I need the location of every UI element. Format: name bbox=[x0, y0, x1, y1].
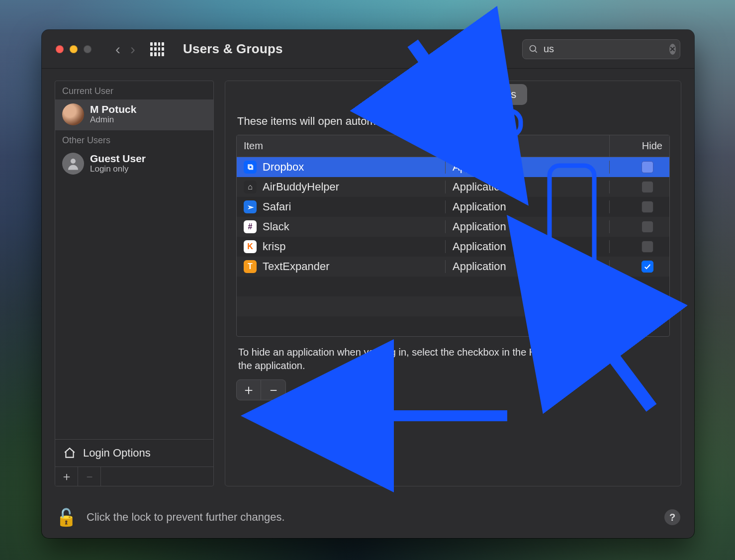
tab-login-items[interactable]: Login Items bbox=[449, 84, 527, 105]
item-kind: Application bbox=[446, 161, 610, 174]
sidebar-heading-other: Other Users bbox=[55, 130, 213, 149]
col-kind[interactable]: Kind bbox=[446, 135, 610, 157]
tab-segment: Password Login Items bbox=[379, 84, 527, 105]
item-kind: Application bbox=[446, 200, 610, 213]
add-login-item-button[interactable]: ＋ bbox=[236, 379, 261, 400]
minimize-window-button[interactable] bbox=[70, 45, 78, 53]
search-input[interactable] bbox=[544, 43, 669, 55]
item-name: Slack bbox=[263, 220, 289, 233]
item-name: TextExpander bbox=[263, 260, 330, 273]
sidebar-user-guest[interactable]: Guest User Login only bbox=[55, 149, 213, 180]
hide-checkbox[interactable] bbox=[642, 241, 653, 253]
sidebar-heading-current: Current User bbox=[55, 81, 213, 99]
login-options-button[interactable]: Login Options bbox=[55, 439, 213, 467]
house-icon bbox=[62, 447, 77, 460]
add-user-button[interactable]: ＋ bbox=[55, 467, 78, 486]
search-field[interactable]: ✕ bbox=[522, 39, 680, 59]
user-role: Login only bbox=[90, 164, 146, 174]
table-row[interactable]: TTextExpanderApplication bbox=[237, 257, 669, 277]
svg-point-2 bbox=[71, 159, 76, 164]
window-footer: 🔓 Click the lock to prevent further chan… bbox=[42, 496, 694, 538]
table-row[interactable]: ⌂AirBuddyHelperApplication bbox=[237, 177, 669, 197]
item-name: AirBuddyHelper bbox=[263, 181, 339, 193]
hide-checkbox[interactable] bbox=[642, 221, 653, 233]
login-items-table: Item Kind Hide ⧉DropboxApplication⌂AirBu… bbox=[236, 135, 670, 337]
table-row[interactable]: #SlackApplication bbox=[237, 217, 669, 237]
app-icon: ⌂ bbox=[244, 181, 257, 193]
user-name: Guest User bbox=[90, 153, 146, 164]
table-row[interactable]: ⧉DropboxApplication bbox=[237, 157, 669, 177]
table-header: Item Kind Hide bbox=[237, 135, 669, 157]
svg-point-0 bbox=[530, 45, 536, 51]
item-kind: Application bbox=[446, 181, 610, 193]
search-icon bbox=[529, 44, 539, 54]
app-icon: K bbox=[244, 240, 257, 253]
lock-icon[interactable]: 🔓 bbox=[56, 507, 77, 527]
login-items-hint: These items will open automatically when… bbox=[236, 112, 670, 135]
users-sidebar: Current User M Potuck Admin Other Users … bbox=[55, 81, 214, 486]
hide-checkbox[interactable] bbox=[642, 261, 653, 273]
login-options-label: Login Options bbox=[83, 447, 151, 460]
app-icon: T bbox=[244, 260, 257, 273]
sidebar-add-remove: ＋ － bbox=[55, 467, 213, 486]
user-name: M Potuck bbox=[90, 104, 136, 115]
lock-hint: Click the lock to prevent further change… bbox=[87, 511, 285, 524]
back-button[interactable]: ‹ bbox=[115, 41, 120, 58]
user-role: Admin bbox=[90, 115, 136, 125]
tab-password[interactable]: Password bbox=[379, 84, 449, 105]
item-name: krisp bbox=[263, 240, 285, 253]
sidebar-user-current[interactable]: M Potuck Admin bbox=[55, 99, 213, 130]
close-window-button[interactable] bbox=[56, 45, 64, 53]
avatar bbox=[62, 153, 84, 175]
system-preferences-window: ‹ › Users & Groups ✕ Current User M Potu… bbox=[42, 30, 694, 538]
table-row bbox=[237, 296, 669, 316]
zoom-window-button[interactable] bbox=[84, 45, 92, 53]
remove-login-item-button[interactable]: － bbox=[261, 379, 286, 400]
table-row bbox=[237, 277, 669, 296]
item-kind: Application bbox=[446, 220, 610, 233]
remove-user-button[interactable]: － bbox=[78, 467, 101, 486]
item-name: Dropbox bbox=[263, 161, 304, 174]
hide-checkbox[interactable] bbox=[642, 161, 653, 173]
table-row[interactable]: KkrispApplication bbox=[237, 237, 669, 257]
col-hide[interactable]: Hide bbox=[610, 135, 669, 157]
app-icon: # bbox=[244, 220, 257, 233]
hide-checkbox[interactable] bbox=[642, 201, 653, 213]
table-row bbox=[237, 316, 669, 336]
hide-checkbox[interactable] bbox=[642, 181, 653, 193]
help-button[interactable]: ? bbox=[664, 509, 680, 525]
hide-note: To hide an application when you log in, … bbox=[236, 337, 624, 376]
col-item[interactable]: Item bbox=[237, 135, 446, 157]
app-icon: ➣ bbox=[244, 200, 257, 213]
item-add-remove: ＋ － bbox=[236, 379, 670, 400]
main-panel: Password Login Items These items will op… bbox=[225, 81, 681, 486]
pane-title: Users & Groups bbox=[183, 41, 283, 57]
clear-search-button[interactable]: ✕ bbox=[669, 44, 676, 55]
nav-arrows: ‹ › bbox=[115, 41, 135, 58]
item-kind: Application bbox=[446, 260, 610, 273]
svg-line-1 bbox=[535, 50, 537, 52]
item-kind: Application bbox=[446, 240, 610, 253]
window-toolbar: ‹ › Users & Groups ✕ bbox=[42, 30, 694, 69]
forward-button[interactable]: › bbox=[130, 41, 135, 58]
avatar bbox=[62, 103, 84, 125]
show-all-prefs-button[interactable] bbox=[150, 42, 164, 56]
table-row[interactable]: ➣SafariApplication bbox=[237, 197, 669, 217]
window-traffic-lights bbox=[56, 45, 92, 53]
item-name: Safari bbox=[263, 200, 291, 213]
app-icon: ⧉ bbox=[244, 161, 257, 174]
